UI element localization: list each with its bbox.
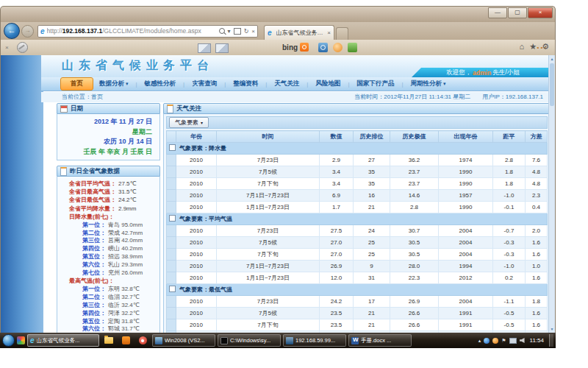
browser-titlebar[interactable]: — ▢ × — [0, 6, 556, 22]
table-cell: 35 — [354, 166, 390, 178]
table-cell: 4.8 — [526, 178, 548, 190]
bing-search-icon[interactable] — [300, 43, 309, 52]
table-row[interactable]: 20107月1日~7月23日26.9928.01994-1.01.0 — [167, 261, 548, 272]
site-header: 山东省气候业务平台 欢迎您，admin先生/小姐 — [41, 55, 555, 77]
network-icon[interactable] — [509, 338, 517, 344]
settings-gear-icon[interactable]: ⚙ — [542, 42, 549, 52]
calendar-body: 2012 年 11 月 27 日星期二农历 10 月 14 日壬辰 年 辛亥 月… — [57, 114, 160, 160]
taskbar-window-console[interactable]: C:\Windows\sy... — [218, 334, 281, 347]
taskbar-media-app-button[interactable] — [135, 334, 150, 347]
taskbar-window-word[interactable]: 手册.docx ... — [348, 334, 412, 347]
show-desktop-button[interactable] — [549, 334, 553, 347]
nav-item-7[interactable]: 国家下行产品 — [354, 79, 397, 88]
row-indent-cell — [167, 155, 176, 166]
toolbar-plugin-puzzle-icon[interactable] — [348, 43, 357, 52]
scroll-down-icon[interactable]: ▼ — [549, 325, 555, 333]
minimize-button[interactable]: — — [488, 7, 507, 18]
group-checkbox[interactable] — [169, 215, 176, 222]
table-body: 气象要素：降水量20107月23日2.92736.219742.87.62010… — [167, 143, 548, 333]
table-row[interactable]: 20107月下旬27.02530.52004-0.31.6 — [167, 249, 548, 261]
table-cell: 1.8 — [526, 296, 548, 308]
table-row[interactable]: 20101月1日~7月23日1.7212.81990-0.10.4 — [167, 202, 548, 213]
nav-item-2[interactable]: 敏感性分析 — [142, 79, 179, 88]
scrollbar-thumb[interactable] — [550, 63, 554, 106]
page-scrollbar[interactable]: ▲ ▼ — [548, 55, 555, 333]
nav-item-3[interactable]: 灾害查询 — [189, 79, 220, 88]
taskbar-window-remote[interactable]: 192.168.59.99... — [283, 334, 346, 347]
toolbar-mail-icon[interactable] — [198, 43, 211, 53]
table-row[interactable]: 20107月下旬23.52126.61991-0.51.6 — [167, 319, 548, 331]
table-row[interactable]: 20107月5候23.52126.61991-0.51.6 — [167, 308, 548, 319]
toolbar-plugin-paw-icon[interactable] — [333, 43, 343, 52]
table-cell: 7月23日 — [217, 296, 320, 308]
ie-icon: e — [30, 336, 35, 344]
checkbox-column-header — [167, 131, 176, 143]
weather-rank-row: 第五位：招远 38.9mm — [62, 253, 155, 261]
show-hidden-icons-icon[interactable]: ▴ — [478, 338, 481, 344]
stop-icon[interactable]: × — [251, 28, 255, 35]
nav-item-6[interactable]: 风险地图 — [312, 79, 343, 88]
action-center-flag-icon[interactable]: ⚑ — [501, 338, 506, 344]
table-cell: 2010 — [176, 190, 217, 202]
new-tab-button[interactable] — [336, 27, 348, 40]
toolbar-close-icon[interactable]: × — [5, 44, 9, 51]
address-bar[interactable]: e http://192.168.137.1/GLCCLIMATE/module… — [37, 25, 258, 38]
stat-value: 24.2℃ — [116, 196, 137, 204]
table-cell: 7月5候 — [217, 308, 320, 319]
taskbar-window-app[interactable]: Win2008 (VS2... — [152, 334, 215, 347]
table-cell: 7月下旬 — [217, 319, 320, 331]
nav-item-4[interactable]: 整编资料 — [230, 79, 261, 88]
nav-item-5[interactable]: 天气关注 — [271, 79, 302, 88]
forward-button[interactable]: → — [21, 25, 34, 38]
nav-item-1[interactable]: 数据分析▾ — [96, 79, 132, 88]
maximize-button[interactable]: ▢ — [508, 7, 527, 18]
back-button[interactable]: ← — [4, 23, 20, 39]
weather-panel-title: 昨日全省气象数据 — [70, 167, 120, 176]
chevron-down-icon: ▾ — [443, 81, 446, 86]
start-button[interactable] — [2, 334, 15, 347]
search-icon[interactable] — [219, 28, 225, 34]
favorites-star-icon[interactable]: ★ — [529, 42, 537, 52]
taskbar-explorer-button[interactable] — [101, 334, 116, 347]
table-row[interactable]: 20107月23日2.92736.219742.87.6 — [167, 155, 548, 166]
table-row[interactable]: 20101月1日~7月23日12.03122.320120.21.6 — [167, 272, 548, 284]
taskbar-orange-app-button[interactable] — [118, 334, 133, 347]
element-select-button[interactable]: 气象要素 ▾ — [169, 117, 209, 128]
tray-app-orange-icon[interactable] — [492, 338, 498, 344]
calendar-panel: 日期 2012 年 11 月 27 日星期二农历 10 月 14 日壬辰 年 辛… — [57, 103, 160, 160]
taskbar-ie-window[interactable]: e 山东省气候业务... — [27, 334, 99, 347]
home-icon[interactable]: ⌂ — [520, 42, 525, 52]
table-row[interactable]: 20107月5候27.02530.52004-0.31.6 — [167, 237, 548, 249]
weather-rank-row: 第六位：乳山 29.3mm — [62, 261, 155, 269]
nav-item-8[interactable]: 周期性分析▾ — [408, 79, 449, 88]
tray-app-blue-icon[interactable] — [484, 338, 490, 344]
search-dropdown-icon[interactable]: ▾ — [228, 28, 231, 35]
refresh-icon[interactable]: ↻ — [244, 28, 249, 35]
scroll-up-icon[interactable]: ▲ — [549, 55, 555, 63]
pinned-app-icon[interactable] — [17, 336, 25, 344]
browser-tab[interactable]: e 山东省气候业务平... × — [264, 25, 334, 40]
compatibility-view-icon[interactable] — [234, 28, 241, 35]
table-cell: 25 — [354, 249, 390, 261]
toolbar-message-icon[interactable] — [215, 43, 229, 53]
volume-icon[interactable] — [520, 338, 525, 343]
table-row[interactable]: 20107月23日27.52430.72004-0.72.0 — [167, 225, 548, 237]
rank-value: 东明 32.8℃ — [106, 286, 140, 294]
group-checkbox[interactable] — [169, 286, 176, 292]
bing-search-widget[interactable]: bing — [282, 43, 309, 52]
close-tab-icon[interactable]: × — [327, 29, 331, 36]
group-checkbox[interactable] — [169, 144, 176, 151]
table-cell: 9 — [354, 261, 390, 272]
tab-title: 山东省气候业务平... — [276, 29, 326, 37]
toolbar-plugin-camera-icon[interactable] — [318, 43, 328, 52]
blocker-icon[interactable] — [17, 42, 28, 53]
url-text: http://192.168.137.1/GLCCLIMATE/modules/… — [47, 27, 219, 35]
taskbar-clock[interactable]: 11:54 — [530, 337, 544, 344]
table-row[interactable]: 20107月5候3.43523.719901.84.8 — [167, 166, 548, 178]
table-row[interactable]: 20107月1日~7月23日6.91614.61957-1.02.3 — [167, 190, 548, 202]
nav-item-0[interactable]: 首页 — [60, 77, 93, 91]
table-row[interactable]: 20107月下旬3.43523.719901.84.8 — [167, 178, 548, 190]
table-row[interactable]: 20107月23日24.21726.92004-1.11.8 — [167, 296, 548, 308]
close-button[interactable]: × — [528, 7, 553, 18]
browser-toolbar: × bing ••• ⌂ ★ ⚙ — [0, 40, 556, 55]
